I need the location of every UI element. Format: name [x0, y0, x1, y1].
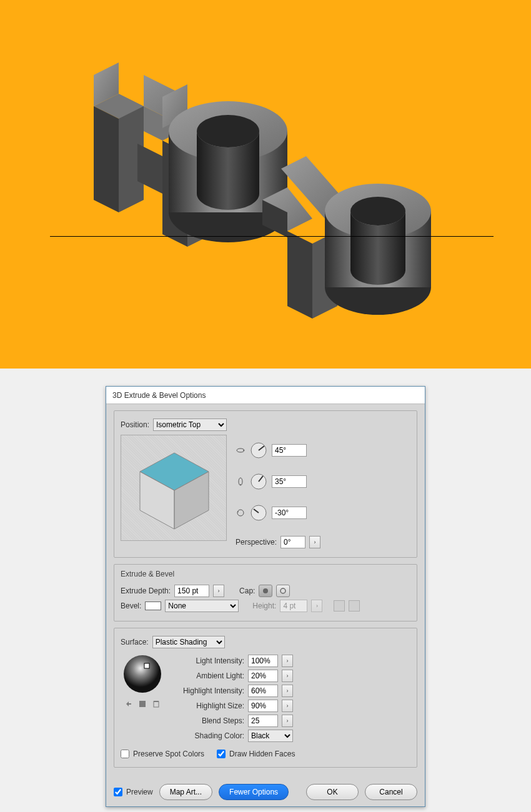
perspective-label: Perspective:: [236, 538, 277, 547]
svg-point-36: [263, 588, 268, 593]
highlight-size-input[interactable]: [248, 700, 278, 712]
move-light-back-icon[interactable]: [124, 700, 133, 708]
dialog-backdrop: 3D Extrude & Bevel Options Position: Iso…: [0, 369, 531, 812]
fewer-options-button[interactable]: Fewer Options: [219, 784, 289, 800]
dialog-title: 3D Extrude & Bevel Options: [106, 387, 425, 404]
position-label: Position:: [121, 420, 149, 429]
rotate-y-icon: [236, 477, 246, 487]
shading-color-select[interactable]: Black: [248, 730, 293, 742]
delete-light-icon[interactable]: [152, 700, 161, 708]
light-intensity-label: Light Intensity:: [176, 656, 244, 665]
draw-hidden-checkbox[interactable]: Draw Hidden Faces: [217, 750, 295, 758]
cap-on-button[interactable]: [259, 585, 272, 597]
x-rotation-input[interactable]: [272, 444, 307, 457]
perspective-input[interactable]: [280, 536, 305, 548]
surface-select[interactable]: Plastic Shading: [152, 636, 225, 648]
perspective-stepper[interactable]: ›: [309, 536, 320, 548]
ambient-stepper[interactable]: ›: [282, 670, 293, 682]
position-select[interactable]: Isometric Top: [153, 418, 227, 431]
hi-size-stepper[interactable]: ›: [282, 700, 293, 712]
light-sphere-preview[interactable]: [121, 652, 164, 696]
svg-marker-15: [287, 231, 312, 319]
svg-point-37: [280, 588, 285, 593]
highlight-intensity-label: Highlight Intensity:: [176, 686, 244, 695]
new-light-icon[interactable]: [138, 700, 147, 708]
rotate-x-icon: [236, 445, 246, 455]
y-dial[interactable]: [249, 472, 268, 491]
ambient-light-input[interactable]: [248, 670, 278, 682]
depth-stepper[interactable]: ›: [213, 585, 224, 597]
svg-point-33: [237, 510, 244, 516]
svg-point-22: [350, 197, 405, 225]
bevel-extent-out-button: [349, 600, 360, 611]
extrude-bevel-dialog: 3D Extrude & Bevel Options Position: Iso…: [106, 386, 425, 807]
highlight-intensity-input[interactable]: [248, 685, 278, 697]
preview-label: Preview: [126, 788, 153, 796]
svg-marker-2: [94, 106, 119, 212]
z-rotation-input[interactable]: [272, 507, 307, 519]
cap-off-button[interactable]: [276, 585, 290, 597]
position-group: Position: Isometric Top: [114, 410, 417, 558]
extrude-depth-label: Extrude Depth:: [121, 587, 171, 595]
y-rotation-input[interactable]: [272, 475, 307, 488]
rotate-z-icon: [236, 508, 246, 518]
dialog-footer: Preview Map Art... Fewer Options OK Canc…: [106, 778, 425, 806]
preview-checkbox[interactable]: Preview: [114, 788, 153, 796]
surface-group: Surface: Plastic Shading: [114, 628, 417, 768]
artboard-area: [0, 0, 531, 369]
rotation-cube-preview[interactable]: [121, 435, 227, 541]
draw-hidden-label: Draw Hidden Faces: [229, 750, 295, 758]
extrude-depth-input[interactable]: [174, 585, 209, 597]
light-intensity-input[interactable]: [248, 655, 278, 667]
bevel-label: Bevel:: [121, 602, 141, 610]
bevel-extent-in-button: [334, 600, 345, 611]
svg-point-12: [197, 115, 259, 147]
x-dial[interactable]: [249, 441, 268, 460]
preserve-spot-checkbox[interactable]: Preserve Spot Colors: [121, 750, 204, 758]
light-intensity-stepper[interactable]: ›: [282, 655, 293, 667]
ambient-light-label: Ambient Light:: [176, 671, 244, 680]
extrude-section-label: Extrude & Bevel: [121, 570, 174, 578]
bevel-height-input: [280, 600, 307, 612]
bevel-select[interactable]: None: [165, 600, 239, 612]
hi-intensity-stepper[interactable]: ›: [282, 685, 293, 697]
extrude-bevel-group: Extrude & Bevel Extrude Depth: › Cap: Be…: [114, 564, 417, 621]
horizontal-guide: [50, 236, 494, 237]
cap-label: Cap:: [239, 587, 255, 595]
svg-point-38: [124, 655, 161, 693]
svg-rect-40: [139, 701, 146, 707]
shading-color-label: Shading Color:: [176, 731, 244, 740]
blend-stepper[interactable]: ›: [282, 715, 293, 727]
svg-rect-39: [144, 663, 149, 668]
z-dial[interactable]: [249, 503, 268, 522]
artboard: [0, 0, 531, 369]
bevel-swatch: [145, 602, 161, 610]
svg-rect-41: [154, 701, 159, 707]
bevel-height-label: Height:: [252, 602, 276, 610]
highlight-size-label: Highlight Size:: [176, 701, 244, 710]
map-art-button[interactable]: Map Art...: [159, 784, 212, 800]
blend-steps-input[interactable]: [248, 715, 278, 727]
ok-button[interactable]: OK: [306, 784, 359, 800]
cancel-button[interactable]: Cancel: [365, 784, 417, 800]
preserve-spot-label: Preserve Spot Colors: [133, 750, 204, 758]
surface-label: Surface:: [121, 638, 149, 646]
hoyo-3d-text: [0, 0, 531, 369]
bevel-height-stepper: ›: [311, 600, 322, 612]
blend-steps-label: Blend Steps:: [176, 716, 244, 725]
